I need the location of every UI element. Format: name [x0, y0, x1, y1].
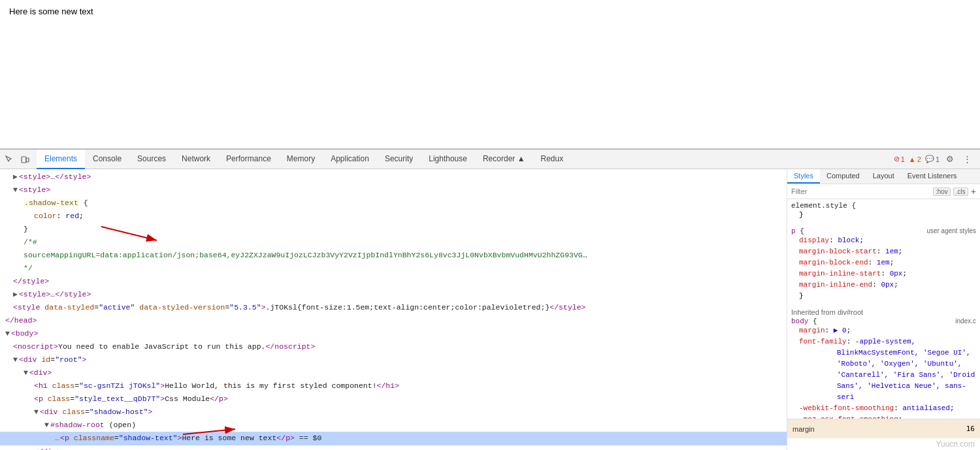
dom-line[interactable]: <style data-styled="active" data-styled-…: [0, 301, 588, 314]
dom-line[interactable]: sourceMappingURL=data:application/json;b…: [0, 249, 588, 262]
svg-rect-1: [26, 158, 29, 162]
margin-box: margin 16: [787, 419, 980, 438]
css-closing-brace: }: [791, 210, 976, 221]
css-property-font-family-cont: BlinkMacSystemFont, 'Segoe UI',: [791, 347, 976, 359]
collapse-arrow[interactable]: ▶: [13, 290, 18, 298]
css-closing-brace: }: [791, 291, 976, 302]
p-rule: p { user agent styles display: block; ma…: [791, 227, 976, 302]
tab-sources[interactable]: Sources: [129, 150, 174, 169]
dom-line[interactable]: ▼<div id="root">: [0, 353, 787, 366]
browser-content: Here is some new text: [0, 0, 980, 149]
dom-line[interactable]: <p class="style_text__qDb7T">Css Module<…: [0, 393, 787, 406]
dom-line[interactable]: ▼#shadow-root (open): [0, 419, 787, 432]
element-style-selector: element.style {: [791, 202, 976, 210]
inherited-label: Inherited from div#root: [791, 308, 976, 316]
class-name: .shadow-text: [24, 199, 79, 207]
styles-tab-styles[interactable]: Styles: [787, 169, 820, 184]
p-selector: p {: [791, 227, 804, 235]
tab-lighthouse[interactable]: Lighthouse: [421, 150, 475, 169]
css-property-margin-block-end: margin-block-end: 1em;: [791, 257, 976, 268]
css-property-font-family: font-family: -apple-system,: [791, 336, 976, 347]
dom-line[interactable]: <noscript>You need to enable JavaScript …: [0, 340, 787, 353]
error-badge: ⊘ 1: [894, 155, 905, 163]
tab-security[interactable]: Security: [377, 150, 421, 169]
css-property-margin: margin: ▶ 0;: [791, 325, 976, 336]
hov-hint[interactable]: :hov: [933, 187, 951, 196]
css-property-webkit-font-smoothing: -webkit-font-smoothing: antialiased;: [791, 403, 976, 414]
styles-tabs: Styles Computed Layout Event Listeners: [787, 169, 980, 184]
inspect-element-button[interactable]: [3, 153, 16, 166]
styles-tab-event-listeners[interactable]: Event Listeners: [901, 169, 964, 184]
filter-hints: :hov .cls: [933, 187, 968, 196]
collapse-arrow[interactable]: ▼: [5, 329, 10, 338]
toolbar-icons: [3, 153, 31, 166]
watermark: Yuucn.com: [787, 438, 980, 450]
css-property-margin-block-start: margin-block-start: 1em;: [791, 246, 976, 257]
index-source-label: index.c: [955, 317, 976, 325]
user-agent-label: user agent styles: [926, 227, 976, 235]
styles-content: element.style { } p { user agent styles …: [787, 199, 980, 419]
dom-line-selected[interactable]: …<p classname="shadow-text">Here is some…: [0, 432, 787, 445]
dom-line[interactable]: ▼<body>: [0, 327, 787, 340]
dom-line[interactable]: ▼<style>: [0, 184, 787, 197]
collapse-arrow[interactable]: ▼: [34, 408, 39, 416]
settings-button[interactable]: ⚙: [943, 153, 956, 166]
css-property-font-family-cont2: 'Roboto', 'Oxygen', 'Ubuntu',: [791, 359, 976, 370]
dom-line[interactable]: */: [0, 262, 787, 275]
collapse-arrow[interactable]: ▼: [13, 355, 18, 364]
page-text: Here is some new text: [9, 7, 971, 16]
svg-rect-0: [22, 157, 26, 163]
css-property-margin-inline-end: margin-inline-end: 0px;: [791, 280, 976, 291]
css-property-font-family-cont4: Sans', 'Helvetica Neue', sans-seri: [791, 381, 976, 403]
styles-tab-computed[interactable]: Computed: [820, 169, 866, 184]
tab-network[interactable]: Network: [174, 150, 218, 169]
body-selector: body {: [791, 317, 817, 325]
dom-panel[interactable]: ▶<style>…</style> ▼<style> .shadow-text …: [0, 169, 787, 450]
dom-line[interactable]: ▶<style>…</style>: [0, 170, 787, 184]
dom-line[interactable]: }: [0, 223, 787, 236]
dom-line[interactable]: ▶<style>…</style>: [0, 288, 787, 301]
device-toolbar-button[interactable]: [18, 153, 31, 166]
collapse-arrow[interactable]: ▼: [13, 185, 18, 194]
tab-elements[interactable]: Elements: [37, 150, 85, 169]
styles-tab-layout[interactable]: Layout: [866, 169, 901, 184]
collapse-arrow[interactable]: ▼: [24, 368, 28, 377]
collapse-arrow[interactable]: ▶: [13, 172, 18, 181]
dom-line[interactable]: color: red;: [0, 210, 787, 223]
styles-filter-bar: :hov .cls +: [787, 184, 980, 199]
info-badge: 💬 1: [925, 155, 939, 163]
css-property-margin-inline-start: margin-inline-start: 0px;: [791, 268, 976, 280]
dom-line[interactable]: <h1 class="sc-gsnTZi jTOKsl">Hello World…: [0, 379, 787, 393]
css-property-display: display: block;: [791, 235, 976, 246]
dom-line[interactable]: </style>: [0, 275, 787, 288]
styles-filter-input[interactable]: [791, 187, 933, 195]
cls-hint[interactable]: .cls: [953, 187, 968, 196]
devtools-body: ▶<style>…</style> ▼<style> .shadow-text …: [0, 169, 980, 450]
tab-console[interactable]: Console: [85, 150, 129, 169]
css-property-moz-font-smoothing: -moz-osx-font-smoothing:: [791, 414, 976, 419]
dom-line[interactable]: .shadow-text {: [0, 197, 787, 210]
devtools-tabs: Elements Console Sources Network Perform…: [37, 150, 894, 169]
add-style-button[interactable]: +: [971, 186, 976, 197]
styles-panel: Styles Computed Layout Event Listeners :…: [787, 169, 980, 450]
tab-memory[interactable]: Memory: [279, 150, 323, 169]
margin-label: margin: [792, 425, 815, 433]
element-style-rule: element.style { }: [791, 202, 976, 221]
collapse-arrow[interactable]: ▼: [44, 421, 49, 429]
dom-line[interactable]: ▼<div>: [0, 366, 787, 379]
tab-recorder[interactable]: Recorder ▲: [475, 150, 533, 169]
dom-line[interactable]: </head>: [0, 314, 787, 327]
body-rule: body { index.c margin: ▶ 0; font-family:…: [791, 317, 976, 419]
tab-redux[interactable]: Redux: [533, 150, 572, 169]
more-options-button[interactable]: ⋮: [960, 153, 973, 166]
tab-performance[interactable]: Performance: [218, 150, 279, 169]
dom-line[interactable]: /*#: [0, 236, 787, 249]
dom-line[interactable]: </div>: [0, 445, 787, 450]
css-property-font-family-cont3: 'Cantarell', 'Fira Sans', 'Droid: [791, 370, 976, 381]
toolbar-right: ⊘ 1 ▲ 2 💬 1 ⚙ ⋮: [894, 153, 977, 166]
devtools-toolbar: Elements Console Sources Network Perform…: [0, 150, 980, 169]
devtools-panel: Elements Console Sources Network Perform…: [0, 149, 980, 450]
margin-value: 16: [966, 425, 975, 433]
tab-application[interactable]: Application: [323, 150, 377, 169]
dom-line[interactable]: ▼<div class="shadow-host">: [0, 406, 787, 419]
